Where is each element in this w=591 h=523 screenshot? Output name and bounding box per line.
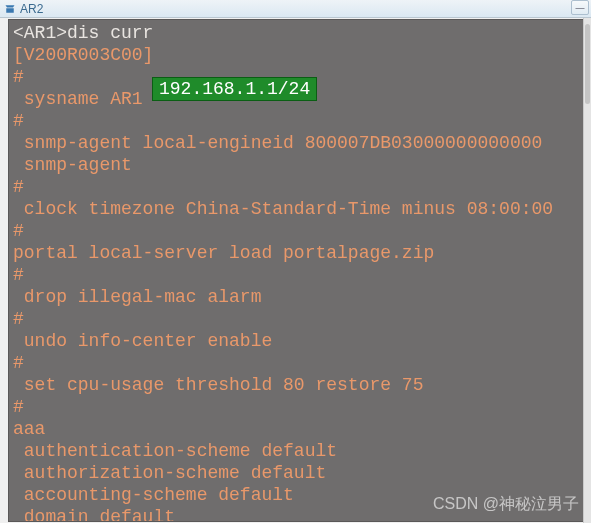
title-bar: AR2 — [0,0,591,18]
terminal-line: snmp-agent local-engineid 800007DB030000… [13,133,542,153]
svg-rect-0 [6,8,14,13]
ip-address-tag[interactable]: 192.168.1.1/24 [152,77,317,101]
terminal-version: [V200R003C00] [13,45,153,65]
terminal-line: clock timezone China-Standard-Time minus… [13,199,553,219]
terminal-line: sysname AR1 [13,89,143,109]
scrollbar-track[interactable] [583,18,591,523]
minimize-button[interactable]: — [571,0,589,15]
terminal-line: # [13,397,24,417]
terminal-line: # [13,265,24,285]
terminal-line: drop illegal-mac alarm [13,287,261,307]
terminal-line: # [13,177,24,197]
terminal-line: accounting-scheme default [13,485,294,505]
terminal-line: authentication-scheme default [13,441,337,461]
window-controls: — [571,0,589,15]
terminal-line: # [13,221,24,241]
terminal-line: authorization-scheme default [13,463,326,483]
app-icon [4,3,16,15]
terminal-line: aaa [13,419,45,439]
terminal-line: set cpu-usage threshold 80 restore 75 [13,375,423,395]
terminal-line: snmp-agent [13,155,132,175]
terminal-line: domain default [13,507,175,522]
terminal-line: # [13,67,24,87]
workspace: GE 0/0/0 GE 0/0/0 R AR1 R AR2 <AR1>dis c… [0,18,591,523]
scrollbar-thumb[interactable] [585,24,590,104]
terminal-line: undo info-center enable [13,331,272,351]
terminal-prompt-line: <AR1>dis curr [13,23,153,43]
terminal-line: portal local-server load portalpage.zip [13,243,434,263]
terminal-line: # [13,353,24,373]
window-title: AR2 [20,2,43,16]
terminal-line: # [13,111,24,131]
terminal-line: # [13,309,24,329]
